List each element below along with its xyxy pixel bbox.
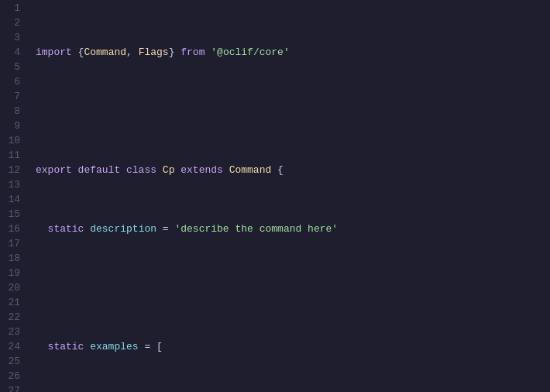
code-area: 1 2 3 4 5 6 7 8 9 10 11 12 13 14 15 16 1…	[0, 0, 550, 392]
code-line-5	[36, 280, 550, 295]
code-line-3: export default class Cp extends Command …	[36, 163, 550, 177]
code-content[interactable]: import {Command, Flags} from '@oclif/cor…	[28, 0, 550, 392]
code-line-4: static description = 'describe the comma…	[36, 222, 550, 236]
line-numbers: 1 2 3 4 5 6 7 8 9 10 11 12 13 14 15 16 1…	[0, 0, 28, 392]
code-line-1: import {Command, Flags} from '@oclif/cor…	[36, 45, 550, 60]
code-editor: 1 2 3 4 5 6 7 8 9 10 11 12 13 14 15 16 1…	[0, 0, 550, 392]
code-line-2	[36, 104, 550, 119]
code-line-6: static examples = [	[36, 339, 550, 354]
